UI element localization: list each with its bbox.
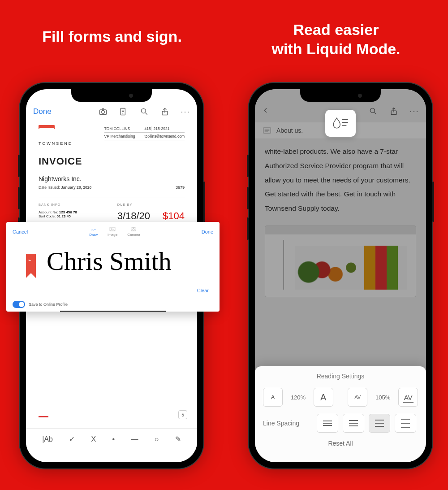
done-button[interactable]: Done: [33, 107, 52, 116]
save-profile-label: Save to Online Profile: [29, 302, 68, 307]
invoice-amount: $104: [163, 210, 185, 222]
reset-all-button[interactable]: Reset All: [263, 440, 418, 447]
invoice-title: INVOICE: [39, 156, 185, 167]
due-by-date: 3/18/20: [117, 210, 150, 222]
dot-tool[interactable]: •: [112, 435, 115, 443]
townsend-logo-icon: [39, 125, 55, 139]
share-icon[interactable]: [160, 107, 169, 116]
tab-camera[interactable]: Camera: [127, 226, 140, 237]
font-size-decrease[interactable]: A: [263, 388, 283, 407]
phone-right: ··· About us. white-label products. We a…: [249, 83, 432, 468]
signature-tool[interactable]: ✎: [175, 435, 181, 443]
tab-draw[interactable]: Draw: [89, 226, 98, 237]
char-spacing-value: 105%: [372, 394, 394, 401]
screen-right: ··· About us. white-label products. We a…: [255, 89, 426, 462]
back-button[interactable]: [262, 107, 269, 116]
line-spacing-1[interactable]: [317, 414, 338, 433]
client-name: Nightworks Inc.: [39, 175, 185, 182]
line-spacing-label: Line Spacing: [263, 420, 312, 427]
signature-done-button[interactable]: Done: [202, 229, 213, 234]
notch: [71, 89, 152, 102]
notch: [300, 89, 381, 102]
sheet-title: Reading Settings: [263, 373, 418, 380]
char-spacing-increase[interactable]: AV: [398, 388, 418, 407]
signature-stroke: Chris Smith: [47, 250, 172, 273]
line-spacing-4[interactable]: [395, 414, 416, 433]
liquid-mode-icon[interactable]: [119, 107, 128, 116]
svg-point-6: [111, 228, 112, 229]
search-icon[interactable]: [369, 107, 378, 116]
tab-image[interactable]: Image: [108, 226, 117, 237]
circle-tool[interactable]: ○: [155, 435, 159, 443]
headline-left: Fill forms and sign.: [13, 27, 211, 46]
contact-block: TOM COLLINS415 215-2921 VP Merchandising…: [104, 125, 185, 146]
line-spacing-3[interactable]: [369, 414, 390, 433]
due-by-label: DUE BY: [117, 203, 150, 207]
font-size-increase[interactable]: A: [314, 388, 333, 407]
liquid-mode-button[interactable]: [325, 110, 356, 137]
svg-rect-7: [131, 228, 136, 231]
adobe-bookmark-icon: ⌁: [26, 254, 36, 273]
svg-point-8: [133, 229, 134, 230]
svg-point-1: [102, 111, 105, 114]
cross-tool[interactable]: X: [91, 435, 96, 443]
char-spacing-decrease[interactable]: AV: [348, 388, 367, 407]
reading-settings-sheet: Reading Settings A 120% A AV 105% AV Lin…: [255, 366, 426, 462]
section-title: About us.: [276, 127, 303, 134]
fill-sign-toolbar: |Ab ✓ X • — ○ ✎: [26, 428, 197, 450]
font-size-value: 120%: [287, 394, 309, 401]
article-body: white-label products. We also have a 7-s…: [255, 144, 426, 216]
logo-name: TOWNSEND: [39, 141, 73, 146]
signature-cancel-button[interactable]: Cancel: [13, 229, 28, 234]
camera-icon[interactable]: [99, 107, 108, 116]
signature-clear-button[interactable]: Clear: [13, 286, 213, 297]
save-profile-toggle[interactable]: [13, 301, 25, 308]
bank-info-label: BANK INFO: [39, 203, 105, 207]
phone-left: Done ··· TOWNSEND TOM COLLINS415 215-292…: [20, 83, 203, 468]
check-tool[interactable]: ✓: [69, 435, 75, 443]
page-number-badge[interactable]: 5: [178, 410, 187, 419]
search-icon[interactable]: [140, 107, 149, 116]
svg-point-9: [370, 108, 375, 113]
line-spacing-2[interactable]: [343, 414, 364, 433]
invoice-ref: 3679: [176, 185, 185, 190]
dash-tool[interactable]: —: [131, 435, 138, 443]
signature-canvas[interactable]: ⌁ Chris Smith: [13, 237, 213, 286]
svg-rect-5: [110, 227, 115, 231]
signature-panel: Cancel Draw Image Camera Done ⌁ Chris Sm…: [6, 222, 220, 312]
text-tool[interactable]: |Ab: [42, 435, 53, 443]
more-icon[interactable]: ···: [181, 107, 190, 116]
share-icon[interactable]: [389, 107, 398, 116]
more-icon[interactable]: ···: [410, 107, 419, 116]
fridge-image: [265, 225, 416, 297]
accent-bar: [39, 416, 48, 417]
svg-point-3: [141, 108, 146, 113]
headline-right: Read easier with Liquid Mode.: [237, 20, 435, 58]
